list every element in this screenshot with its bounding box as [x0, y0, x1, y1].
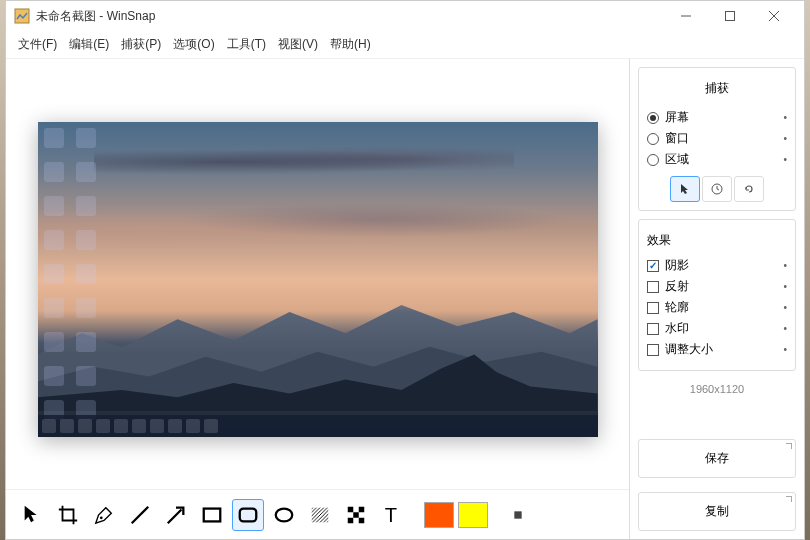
- effect-shadow[interactable]: 阴影 •: [647, 257, 787, 274]
- delay-button[interactable]: [702, 176, 732, 202]
- pen-tool[interactable]: [88, 499, 120, 531]
- svg-line-22: [717, 189, 719, 190]
- svg-rect-2: [726, 12, 735, 21]
- svg-line-7: [168, 509, 182, 523]
- maximize-button[interactable]: [708, 1, 752, 31]
- checkbox-icon: [647, 281, 659, 293]
- svg-rect-13: [348, 506, 354, 512]
- effect-outline[interactable]: 轮廓 •: [647, 299, 787, 316]
- arrow-tool[interactable]: [160, 499, 192, 531]
- svg-rect-15: [353, 512, 359, 518]
- svg-point-5: [100, 516, 103, 519]
- line-tool[interactable]: [124, 499, 156, 531]
- radio-icon: [647, 133, 659, 145]
- menu-view[interactable]: 视图(V): [278, 36, 318, 53]
- canvas-area: T: [6, 59, 629, 539]
- svg-rect-19: [514, 511, 521, 518]
- sidebar: 捕获 屏幕 • 窗口 • 区域 •: [629, 59, 804, 539]
- screenshot-preview[interactable]: [38, 122, 598, 437]
- capture-window-option[interactable]: 窗口 •: [647, 130, 787, 147]
- ellipse-tool[interactable]: [268, 499, 300, 531]
- svg-rect-14: [359, 506, 365, 512]
- save-button[interactable]: 保存: [638, 439, 796, 478]
- checkbox-icon: [647, 344, 659, 356]
- capture-screen-option[interactable]: 屏幕 •: [647, 109, 787, 126]
- effect-reflection[interactable]: 反射 •: [647, 278, 787, 295]
- rounded-rect-tool[interactable]: [232, 499, 264, 531]
- titlebar: 未命名截图 - WinSnap: [6, 1, 804, 31]
- app-icon: [14, 8, 30, 24]
- checkbox-icon: [647, 302, 659, 314]
- svg-rect-16: [348, 517, 354, 523]
- rectangle-tool[interactable]: [196, 499, 228, 531]
- color-yellow[interactable]: [458, 502, 488, 528]
- window-title: 未命名截图 - WinSnap: [36, 8, 664, 25]
- menu-options[interactable]: 选项(O): [173, 36, 214, 53]
- menubar: 文件(F) 编辑(E) 捕获(P) 选项(O) 工具(T) 视图(V) 帮助(H…: [6, 31, 804, 59]
- svg-point-10: [276, 508, 293, 521]
- tool-toolbar: T: [6, 489, 629, 539]
- menu-capture[interactable]: 捕获(P): [121, 36, 161, 53]
- svg-rect-12: [312, 507, 329, 522]
- svg-rect-17: [359, 517, 365, 523]
- app-window: 未命名截图 - WinSnap 文件(F) 编辑(E) 捕获(P) 选项(O) …: [5, 0, 805, 540]
- effects-panel: 效果 阴影 • 反射 • 轮廓 • 水印: [638, 219, 796, 371]
- pixelate-tool[interactable]: [340, 499, 372, 531]
- svg-line-6: [132, 506, 149, 523]
- dropdown-corner-icon: [786, 443, 792, 449]
- effect-watermark[interactable]: 水印 •: [647, 320, 787, 337]
- svg-rect-8: [204, 508, 221, 521]
- dropdown-corner-icon: [786, 496, 792, 502]
- crop-tool[interactable]: [52, 499, 84, 531]
- capture-mode-buttons: [647, 176, 787, 202]
- effect-resize[interactable]: 调整大小 •: [647, 341, 787, 358]
- menu-tools[interactable]: 工具(T): [227, 36, 266, 53]
- blur-tool[interactable]: [304, 499, 336, 531]
- copy-button[interactable]: 复制: [638, 492, 796, 531]
- stroke-width-tool[interactable]: [502, 499, 534, 531]
- cursor-mode-button[interactable]: [670, 176, 700, 202]
- capture-title: 捕获: [647, 76, 787, 105]
- close-button[interactable]: [752, 1, 796, 31]
- svg-text:T: T: [385, 504, 397, 526]
- menu-file[interactable]: 文件(F): [18, 36, 57, 53]
- window-controls: [664, 1, 796, 31]
- minimize-button[interactable]: [664, 1, 708, 31]
- color-orange[interactable]: [424, 502, 454, 528]
- repeat-button[interactable]: [734, 176, 764, 202]
- content-area: T 捕获 屏幕 • 窗口 •: [6, 59, 804, 539]
- radio-icon: [647, 154, 659, 166]
- checkbox-icon: [647, 260, 659, 272]
- effects-title: 效果: [647, 228, 787, 253]
- svg-rect-9: [240, 508, 257, 521]
- text-tool[interactable]: T: [376, 499, 408, 531]
- checkbox-icon: [647, 323, 659, 335]
- preview-container: [6, 59, 629, 489]
- capture-panel: 捕获 屏幕 • 窗口 • 区域 •: [638, 67, 796, 211]
- radio-icon: [647, 112, 659, 124]
- menu-help[interactable]: 帮助(H): [330, 36, 371, 53]
- capture-region-option[interactable]: 区域 •: [647, 151, 787, 168]
- pointer-tool[interactable]: [16, 499, 48, 531]
- dimensions-label: 1960x1120: [638, 379, 796, 399]
- menu-edit[interactable]: 编辑(E): [69, 36, 109, 53]
